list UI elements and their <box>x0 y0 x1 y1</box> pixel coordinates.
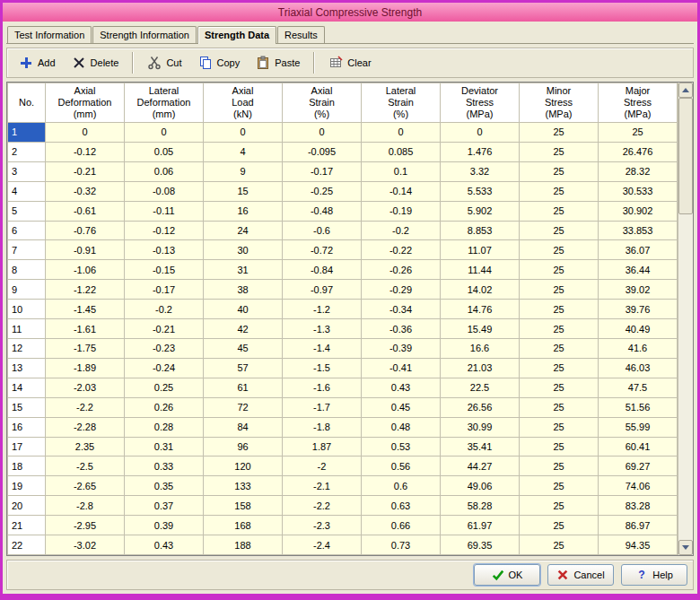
data-cell[interactable]: 0.35 <box>125 476 204 496</box>
data-cell[interactable]: -0.2 <box>362 221 441 240</box>
data-cell[interactable]: 5.902 <box>441 201 520 221</box>
data-cell[interactable]: 0.66 <box>362 516 441 535</box>
row-number-cell[interactable]: 12 <box>8 338 46 358</box>
data-cell[interactable]: 28.32 <box>599 161 678 181</box>
data-cell[interactable]: -1.06 <box>46 260 125 280</box>
data-cell[interactable]: 86.97 <box>599 516 678 535</box>
data-cell[interactable]: 57 <box>204 358 283 378</box>
data-cell[interactable]: 0.37 <box>125 496 204 516</box>
data-cell[interactable]: 0.26 <box>125 397 204 417</box>
data-cell[interactable]: 16 <box>204 201 283 221</box>
data-cell[interactable]: -0.6 <box>283 221 362 240</box>
data-cell[interactable]: 94.35 <box>599 535 678 555</box>
data-cell[interactable]: -3.02 <box>46 535 125 555</box>
data-cell[interactable]: 26.56 <box>441 397 520 417</box>
data-cell[interactable]: 0.25 <box>125 378 204 397</box>
data-cell[interactable]: 0.48 <box>362 417 441 437</box>
data-cell[interactable]: 45 <box>204 338 283 358</box>
data-cell[interactable]: 158 <box>204 496 283 516</box>
add-button[interactable]: Add <box>11 50 64 75</box>
data-cell[interactable]: 25 <box>520 358 599 378</box>
data-cell[interactable]: 25 <box>520 161 599 181</box>
data-cell[interactable]: -1.75 <box>46 338 125 358</box>
data-cell[interactable]: 25 <box>520 535 599 555</box>
data-cell[interactable]: 15.49 <box>441 319 520 339</box>
data-cell[interactable]: 69.35 <box>441 535 520 555</box>
row-number-cell[interactable]: 9 <box>8 280 46 300</box>
tab-test-information[interactable]: Test Information <box>7 26 92 43</box>
scroll-down-button[interactable] <box>678 540 693 555</box>
data-cell[interactable]: -0.12 <box>46 142 125 161</box>
data-cell[interactable]: 0.06 <box>125 161 204 181</box>
help-button[interactable]: ? Help <box>621 564 687 586</box>
row-number-cell[interactable]: 17 <box>8 437 46 457</box>
data-cell[interactable]: -0.2 <box>125 300 204 319</box>
data-cell[interactable]: 11.44 <box>441 260 520 280</box>
copy-button[interactable]: Copy <box>190 50 249 75</box>
data-cell[interactable]: 188 <box>204 535 283 555</box>
row-number-cell[interactable]: 18 <box>8 457 46 476</box>
row-number-cell[interactable]: 15 <box>8 397 46 417</box>
scrollbar-thumb[interactable] <box>678 98 693 214</box>
data-cell[interactable]: 25 <box>520 201 599 221</box>
data-cell[interactable]: 0.33 <box>125 457 204 476</box>
data-cell[interactable]: -0.08 <box>125 181 204 201</box>
data-cell[interactable]: -0.23 <box>125 338 204 358</box>
tab-results[interactable]: Results <box>277 26 325 43</box>
data-cell[interactable]: -2.28 <box>46 417 125 437</box>
data-cell[interactable]: -1.89 <box>46 358 125 378</box>
row-number-cell[interactable]: 6 <box>8 221 46 240</box>
data-cell[interactable]: 4 <box>204 142 283 161</box>
data-cell[interactable]: 25 <box>520 260 599 280</box>
data-cell[interactable]: -2.2 <box>46 397 125 417</box>
data-cell[interactable]: -2.1 <box>283 476 362 496</box>
data-cell[interactable]: 25 <box>520 319 599 339</box>
data-cell[interactable]: 30.99 <box>441 417 520 437</box>
data-cell[interactable]: -1.22 <box>46 280 125 300</box>
data-cell[interactable]: -2.03 <box>46 378 125 397</box>
data-cell[interactable]: -0.11 <box>125 201 204 221</box>
data-cell[interactable]: -0.26 <box>362 260 441 280</box>
data-cell[interactable]: -2.95 <box>46 516 125 535</box>
row-number-cell[interactable]: 8 <box>8 260 46 280</box>
data-cell[interactable]: 11.07 <box>441 240 520 260</box>
data-cell[interactable]: -1.4 <box>283 338 362 358</box>
data-cell[interactable]: 1.87 <box>283 437 362 457</box>
data-cell[interactable]: -0.91 <box>46 240 125 260</box>
data-cell[interactable]: 0.73 <box>362 535 441 555</box>
data-cell[interactable]: 0 <box>204 123 283 143</box>
data-cell[interactable]: 26.476 <box>599 142 678 161</box>
data-cell[interactable]: 0.56 <box>362 457 441 476</box>
data-cell[interactable]: 30 <box>204 240 283 260</box>
data-cell[interactable]: -0.32 <box>46 181 125 201</box>
data-cell[interactable]: 39.02 <box>599 280 678 300</box>
data-cell[interactable]: 49.06 <box>441 476 520 496</box>
data-cell[interactable]: 44.27 <box>441 457 520 476</box>
data-cell[interactable]: -0.41 <box>362 358 441 378</box>
data-cell[interactable]: -1.45 <box>46 300 125 319</box>
data-cell[interactable]: 0.43 <box>362 378 441 397</box>
data-cell[interactable]: 0.39 <box>125 516 204 535</box>
data-cell[interactable]: 25 <box>520 378 599 397</box>
data-cell[interactable]: 14.76 <box>441 300 520 319</box>
data-cell[interactable]: 40.49 <box>599 319 678 339</box>
data-cell[interactable]: -0.22 <box>362 240 441 260</box>
data-cell[interactable]: 46.03 <box>599 358 678 378</box>
data-cell[interactable]: -0.25 <box>283 181 362 201</box>
data-cell[interactable]: 31 <box>204 260 283 280</box>
row-number-cell[interactable]: 21 <box>8 516 46 535</box>
data-cell[interactable]: 21.03 <box>441 358 520 378</box>
data-cell[interactable]: 96 <box>204 437 283 457</box>
data-cell[interactable]: -0.21 <box>125 319 204 339</box>
data-cell[interactable]: 74.06 <box>599 476 678 496</box>
data-cell[interactable]: 83.28 <box>599 496 678 516</box>
row-number-cell[interactable]: 3 <box>8 161 46 181</box>
data-cell[interactable]: -1.5 <box>283 358 362 378</box>
data-cell[interactable]: -0.19 <box>362 201 441 221</box>
data-cell[interactable]: 0.28 <box>125 417 204 437</box>
data-cell[interactable]: 69.27 <box>599 457 678 476</box>
row-number-cell[interactable]: 16 <box>8 417 46 437</box>
window-titlebar[interactable]: Triaxial Compressive Strength <box>3 3 697 22</box>
data-cell[interactable]: 25 <box>520 457 599 476</box>
data-cell[interactable]: -0.12 <box>125 221 204 240</box>
